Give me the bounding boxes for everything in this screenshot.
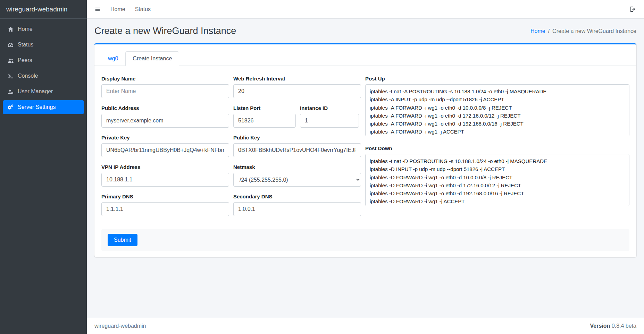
instance-id-field: Instance ID bbox=[300, 105, 359, 128]
users-icon bbox=[7, 57, 14, 64]
post-down-label: Post Down bbox=[365, 145, 629, 151]
web-refresh-field: Web Refresh Interval bbox=[233, 76, 361, 98]
tab-create-instance[interactable]: Create Instance bbox=[125, 51, 179, 66]
sidebar-nav: Home Status Peers Console User Manager S… bbox=[0, 19, 87, 118]
instance-form: Display Name Web Refresh Interval Post U… bbox=[94, 66, 636, 257]
vpn-ip-input[interactable] bbox=[101, 173, 229, 187]
sidebar-item-label: Console bbox=[18, 73, 38, 79]
port-id-row: Listen Port Instance ID bbox=[233, 105, 361, 128]
vpn-ip-field: VPN IP Address bbox=[101, 164, 229, 187]
post-down-textarea[interactable] bbox=[365, 154, 629, 206]
post-up-textarea[interactable] bbox=[365, 84, 629, 136]
sidebar-item-peers[interactable]: Peers bbox=[3, 53, 84, 67]
tab-wg0[interactable]: wg0 bbox=[101, 51, 125, 66]
display-name-label: Display Name bbox=[101, 76, 229, 82]
sidebar-item-status[interactable]: Status bbox=[3, 38, 84, 52]
footer-brand: wireguard-webadmin bbox=[94, 323, 146, 329]
sidebar-item-home[interactable]: Home bbox=[3, 22, 84, 36]
app-root: wireguard-webadmin Home Status Peers Con… bbox=[0, 0, 644, 334]
secondary-dns-input[interactable] bbox=[233, 202, 361, 216]
terminal-icon bbox=[7, 72, 14, 79]
gauge-icon bbox=[7, 41, 14, 48]
post-up-label: Post Up bbox=[365, 76, 629, 82]
brand-link[interactable]: wireguard-webadmin bbox=[0, 0, 87, 19]
display-name-input[interactable] bbox=[101, 84, 229, 98]
page-head: Create a new WireGuard Instance Home / C… bbox=[87, 19, 644, 42]
netmask-label: Netmask bbox=[233, 164, 361, 170]
top-navbar: Home Status bbox=[87, 0, 644, 19]
breadcrumb: Home / Create a new WireGuard Instance bbox=[530, 28, 636, 34]
page-title: Create a new WireGuard Instance bbox=[94, 26, 236, 36]
breadcrumb-current: Create a new WireGuard Instance bbox=[552, 28, 636, 34]
footer-version: Version 0.8.4 beta bbox=[590, 323, 636, 329]
post-up-field: Post Up bbox=[365, 76, 629, 138]
public-key-field: Public Key bbox=[233, 135, 361, 157]
private-key-input[interactable] bbox=[101, 143, 229, 157]
gears-icon bbox=[7, 104, 14, 111]
instance-id-input[interactable] bbox=[300, 114, 359, 128]
sidebar-item-console[interactable]: Console bbox=[3, 69, 84, 83]
secondary-dns-field: Secondary DNS bbox=[233, 194, 361, 216]
page-footer: wireguard-webadmin Version 0.8.4 beta bbox=[87, 318, 644, 334]
submit-band: Submit bbox=[101, 229, 629, 251]
display-name-field: Display Name bbox=[101, 76, 229, 98]
listen-port-input[interactable] bbox=[233, 114, 296, 128]
web-refresh-label: Web Refresh Interval bbox=[233, 76, 361, 82]
footer-version-value: 0.8.4 beta bbox=[612, 323, 636, 329]
topnav-link-home[interactable]: Home bbox=[110, 6, 125, 12]
listen-port-label: Listen Port bbox=[233, 105, 296, 111]
primary-dns-input[interactable] bbox=[101, 202, 229, 216]
vpn-ip-label: VPN IP Address bbox=[101, 164, 229, 170]
instance-card: wg0 Create Instance Display Name Web Ref… bbox=[94, 43, 636, 257]
primary-dns-field: Primary DNS bbox=[101, 194, 229, 216]
footer-version-label: Version bbox=[590, 323, 610, 329]
home-icon bbox=[7, 26, 14, 33]
netmask-select[interactable]: /24 (255.255.255.0) bbox=[233, 173, 361, 187]
content: Create a new WireGuard Instance Home / C… bbox=[87, 19, 644, 318]
post-down-field: Post Down bbox=[365, 145, 629, 207]
sidebar-item-user-manager[interactable]: User Manager bbox=[3, 85, 84, 99]
sidebar-item-label: Server Settings bbox=[18, 104, 56, 110]
netmask-field: Netmask /24 (255.255.255.0) bbox=[233, 164, 361, 187]
sidebar-item-label: Status bbox=[18, 42, 33, 48]
breadcrumb-separator: / bbox=[548, 28, 550, 34]
breadcrumb-home-link[interactable]: Home bbox=[530, 28, 545, 34]
post-scripts-column: Post Up Post Down bbox=[365, 76, 629, 207]
sidebar-item-label: Peers bbox=[18, 57, 32, 63]
public-address-label: Public Address bbox=[101, 105, 229, 111]
public-key-input[interactable] bbox=[233, 143, 361, 157]
sidebar-item-server-settings[interactable]: Server Settings bbox=[3, 100, 84, 114]
sidebar-item-label: User Manager bbox=[18, 88, 53, 95]
private-key-label: Private Key bbox=[101, 135, 229, 140]
listen-port-field: Listen Port bbox=[233, 105, 296, 128]
sidebar-item-label: Home bbox=[18, 26, 33, 32]
web-refresh-input[interactable] bbox=[233, 84, 361, 98]
topnav-link-status[interactable]: Status bbox=[135, 6, 151, 12]
public-key-label: Public Key bbox=[233, 135, 361, 140]
user-gear-icon bbox=[7, 88, 14, 95]
private-key-field: Private Key bbox=[101, 135, 229, 157]
topnav-right bbox=[629, 6, 636, 13]
hamburger-icon[interactable] bbox=[94, 6, 101, 12]
submit-button[interactable]: Submit bbox=[108, 234, 137, 246]
primary-dns-label: Primary DNS bbox=[101, 194, 229, 199]
logout-icon[interactable] bbox=[629, 6, 636, 13]
secondary-dns-label: Secondary DNS bbox=[233, 194, 361, 199]
instance-tabs: wg0 Create Instance bbox=[94, 44, 636, 66]
public-address-field: Public Address bbox=[101, 105, 229, 128]
sidebar: wireguard-webadmin Home Status Peers Con… bbox=[0, 0, 87, 334]
topnav-left: Home Status bbox=[94, 6, 151, 12]
main-area: Home Status Create a new WireGuard Insta… bbox=[87, 0, 644, 334]
public-address-input[interactable] bbox=[101, 114, 229, 128]
instance-id-label: Instance ID bbox=[300, 105, 359, 111]
